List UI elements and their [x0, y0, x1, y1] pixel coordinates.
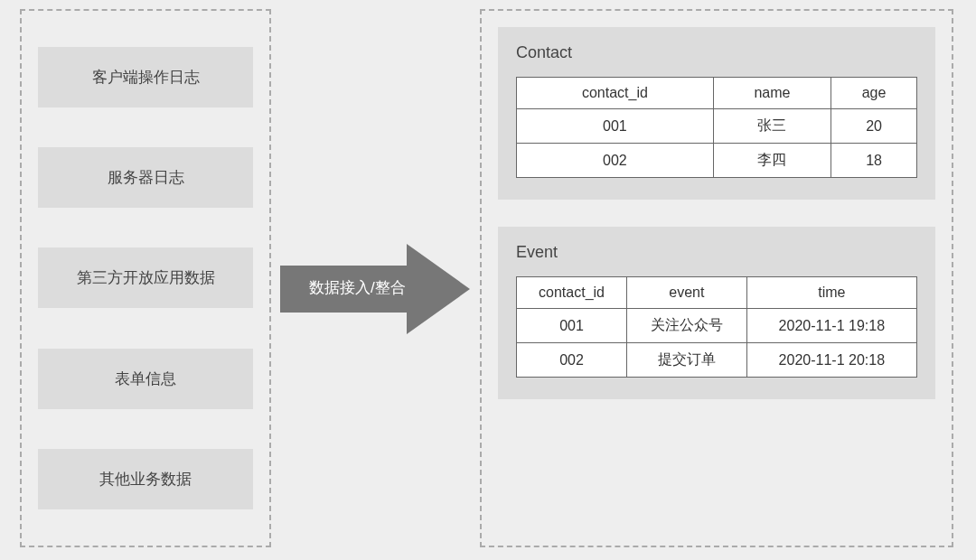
table-header-row: contact_id event time [517, 277, 917, 309]
arrow-label: 数据接入/整合 [309, 277, 406, 298]
table-row: 002 提交订单 2020-11-1 20:18 [517, 343, 917, 378]
table-header: time [746, 277, 916, 309]
table-cell: 002 [517, 144, 714, 178]
table-header: event [627, 277, 747, 309]
table-header: name [713, 78, 831, 109]
table-row: 002 李四 18 [517, 144, 917, 178]
table-header: age [831, 78, 917, 109]
table-cell: 提交订单 [627, 343, 747, 378]
table-cell: 002 [517, 343, 627, 378]
table-header-row: contact_id name age [517, 78, 917, 109]
table-cell: 20 [831, 109, 917, 144]
event-table: contact_id event time 001 关注公众号 2020-11-… [516, 276, 917, 378]
table-cell: 关注公众号 [627, 309, 747, 343]
table-cell: 18 [831, 144, 917, 178]
flow-arrow: 数据接入/整合 [280, 244, 470, 334]
source-item: 客户端操作日志 [38, 47, 253, 107]
source-item: 第三方开放应用数据 [38, 247, 253, 308]
table-header: contact_id [517, 78, 714, 109]
table-row: 001 关注公众号 2020-11-1 19:18 [517, 309, 917, 343]
table-cell: 001 [517, 109, 714, 144]
source-item: 其他业务数据 [38, 449, 253, 509]
contact-card: Contact contact_id name age 001 张三 20 00… [498, 27, 935, 200]
table-row: 001 张三 20 [517, 109, 917, 144]
sources-panel: 客户端操作日志 服务器日志 第三方开放应用数据 表单信息 其他业务数据 [20, 9, 271, 547]
tables-panel: Contact contact_id name age 001 张三 20 00… [480, 9, 953, 547]
table-cell: 2020-11-1 20:18 [746, 343, 916, 378]
table-cell: 001 [517, 309, 627, 343]
table-cell: 张三 [713, 109, 831, 144]
source-item: 表单信息 [38, 349, 253, 409]
source-item: 服务器日志 [38, 147, 253, 208]
table-cell: 李四 [713, 144, 831, 178]
table-header: contact_id [517, 277, 627, 309]
contact-table: contact_id name age 001 张三 20 002 李四 18 [516, 77, 917, 178]
event-card: Event contact_id event time 001 关注公众号 20… [498, 227, 935, 399]
table-cell: 2020-11-1 19:18 [746, 309, 916, 343]
contact-title: Contact [516, 43, 917, 62]
event-title: Event [516, 243, 917, 262]
